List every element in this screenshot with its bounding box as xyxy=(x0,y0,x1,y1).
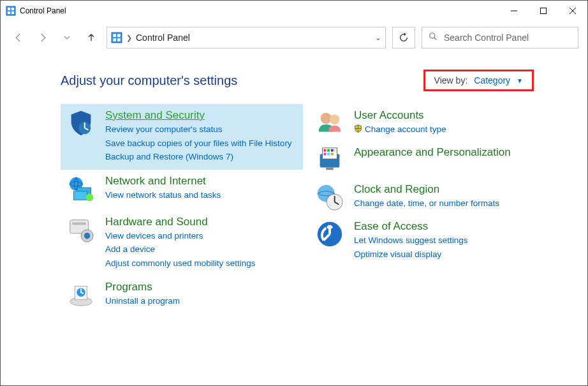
window-title: Control Panel xyxy=(20,6,66,15)
category-network-internet: Network and Internet View network status… xyxy=(61,170,303,211)
svg-rect-3 xyxy=(8,11,10,14)
svg-rect-4 xyxy=(11,11,14,14)
search-icon xyxy=(429,32,437,43)
svg-point-14 xyxy=(430,33,435,38)
svg-point-24 xyxy=(84,232,91,239)
content-area: Adjust your computer's settings View by:… xyxy=(1,50,587,323)
hardware-sound-icon xyxy=(66,214,96,245)
clock-region-title[interactable]: Clock and Region xyxy=(354,183,499,196)
svg-rect-39 xyxy=(331,153,334,156)
sublink-mobility-settings[interactable]: Adjust commonly used mobility settings xyxy=(105,257,256,270)
svg-rect-19 xyxy=(74,191,87,200)
svg-rect-2 xyxy=(11,8,14,10)
appearance-title[interactable]: Appearance and Personalization xyxy=(354,146,511,159)
view-by-value: Category xyxy=(474,75,510,85)
clock-region-icon xyxy=(314,182,345,212)
sublink-backup-restore[interactable]: Backup and Restore (Windows 7) xyxy=(105,151,292,163)
minimize-button[interactable] xyxy=(499,1,529,21)
sublink-network-status[interactable]: View network status and tasks xyxy=(105,189,221,202)
svg-rect-37 xyxy=(323,153,326,156)
category-hardware-sound: Hardware and Sound View devices and prin… xyxy=(61,211,303,276)
network-internet-title[interactable]: Network and Internet xyxy=(105,175,221,188)
svg-line-15 xyxy=(434,38,437,40)
programs-title[interactable]: Programs xyxy=(105,281,180,293)
sublink-change-account-type[interactable]: Change account type xyxy=(365,123,446,136)
chevron-right-icon[interactable]: ❯ xyxy=(126,34,132,42)
close-button[interactable] xyxy=(558,1,587,21)
svg-rect-35 xyxy=(331,149,334,152)
sublink-visual-display[interactable]: Optimize visual display xyxy=(354,248,468,261)
svg-rect-34 xyxy=(327,149,330,152)
svg-rect-38 xyxy=(327,153,330,156)
control-panel-address-icon xyxy=(111,32,122,43)
system-security-title[interactable]: System and Security xyxy=(105,109,292,122)
search-input[interactable] xyxy=(444,33,571,43)
svg-rect-36 xyxy=(335,149,336,152)
svg-rect-6 xyxy=(541,8,547,14)
maximize-button[interactable] xyxy=(529,1,558,21)
svg-point-20 xyxy=(86,193,94,201)
view-by-selector[interactable]: View by: Category ▼ xyxy=(423,70,534,91)
svg-rect-31 xyxy=(326,168,334,170)
dropdown-icon: ▼ xyxy=(517,77,523,84)
network-internet-icon xyxy=(66,174,96,204)
category-programs: Programs Uninstall a program xyxy=(61,276,303,316)
programs-icon xyxy=(66,279,96,310)
category-user-accounts: User Accounts Change account type xyxy=(309,104,564,141)
category-clock-region: Clock and Region Change date, time, or n… xyxy=(309,178,564,215)
hardware-sound-title[interactable]: Hardware and Sound xyxy=(105,216,256,228)
user-accounts-title[interactable]: User Accounts xyxy=(354,109,446,122)
sublink-devices-printers[interactable]: View devices and printers xyxy=(105,230,256,242)
page-title: Adjust your computer's settings xyxy=(61,73,423,88)
appearance-icon xyxy=(314,145,345,175)
refresh-button[interactable] xyxy=(392,27,415,48)
titlebar: Control Panel xyxy=(1,1,587,21)
category-appearance: Appearance and Personalization xyxy=(309,141,564,178)
sublink-date-time[interactable]: Change date, time, or number formats xyxy=(354,197,499,210)
category-system-security: System and Security Review your computer… xyxy=(61,104,303,170)
search-box[interactable] xyxy=(422,27,578,48)
ease-of-access-title[interactable]: Ease of Access xyxy=(354,220,468,233)
back-button[interactable] xyxy=(10,29,27,47)
view-by-label: View by: xyxy=(434,75,468,85)
svg-rect-11 xyxy=(117,34,121,37)
address-bar[interactable]: ❯ Control Panel ⌄ xyxy=(107,27,386,48)
svg-rect-12 xyxy=(113,38,116,41)
breadcrumb[interactable]: Control Panel xyxy=(136,33,190,43)
sublink-uninstall[interactable]: Uninstall a program xyxy=(105,295,180,308)
recent-dropdown-button[interactable] xyxy=(58,29,76,47)
svg-point-29 xyxy=(330,115,339,124)
shield-icon xyxy=(354,124,362,135)
up-button[interactable] xyxy=(82,29,100,47)
ease-of-access-icon xyxy=(314,219,345,249)
sublink-suggest-settings[interactable]: Let Windows suggest settings xyxy=(354,234,468,247)
system-security-icon xyxy=(66,108,96,138)
forward-button[interactable] xyxy=(34,29,52,47)
sublink-file-history[interactable]: Save backup copies of your files with Fi… xyxy=(105,137,292,150)
address-dropdown-icon[interactable]: ⌄ xyxy=(375,33,381,42)
user-accounts-icon xyxy=(314,108,345,138)
sublink-add-device[interactable]: Add a device xyxy=(105,243,256,256)
svg-rect-13 xyxy=(117,38,121,41)
control-panel-app-icon xyxy=(6,6,16,16)
svg-rect-33 xyxy=(323,149,326,152)
svg-rect-1 xyxy=(8,8,10,10)
nav-toolbar: ❯ Control Panel ⌄ xyxy=(1,25,587,50)
category-ease-of-access: Ease of Access Let Windows suggest setti… xyxy=(309,215,564,267)
sublink-review-status[interactable]: Review your computer's status xyxy=(105,123,292,136)
svg-rect-22 xyxy=(73,222,86,225)
svg-rect-10 xyxy=(113,34,116,37)
